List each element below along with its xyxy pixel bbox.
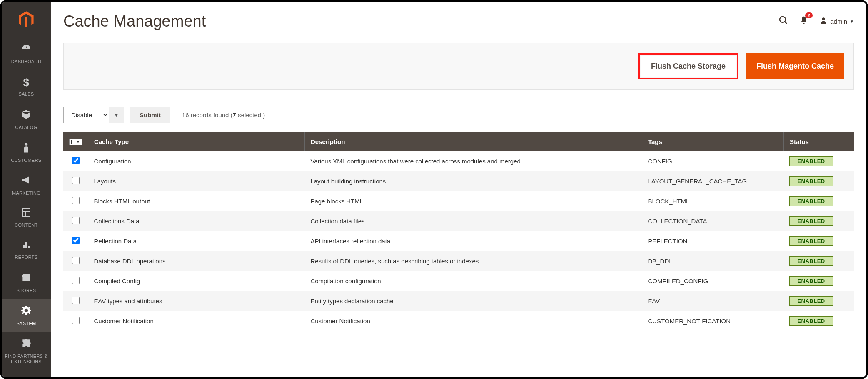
user-menu[interactable]: admin ▼ xyxy=(819,16,854,27)
svg-point-9 xyxy=(822,17,825,20)
status-badge: ENABLED xyxy=(789,256,833,266)
chevron-down-icon: ▼ xyxy=(850,19,854,24)
table-row: Collections DataCollection data filesCOL… xyxy=(63,211,854,231)
sidebar-item-reports[interactable]: REPORTS xyxy=(2,234,51,266)
cell-tags: COMPILED_CONFIG xyxy=(642,271,783,291)
status-badge: ENABLED xyxy=(789,276,833,286)
svg-point-0 xyxy=(25,143,28,146)
cell-cache-type: Database DDL operations xyxy=(88,251,304,271)
sidebar-item-dashboard[interactable]: DASHBOARD xyxy=(2,37,51,70)
table-row: EAV types and attributesEntity types dec… xyxy=(63,291,854,311)
gear-icon xyxy=(21,305,32,318)
sidebar-item-find-partners-extensions[interactable]: FIND PARTNERS & EXTENSIONS xyxy=(2,332,51,370)
user-label: admin xyxy=(830,18,847,25)
cell-description: Layout building instructions xyxy=(304,171,642,191)
dashboard-icon xyxy=(21,43,32,57)
status-badge: ENABLED xyxy=(789,236,833,246)
status-badge: ENABLED xyxy=(789,196,833,206)
megaphone-icon xyxy=(21,175,32,188)
sidebar-item-customers[interactable]: CUSTOMERS xyxy=(2,136,51,169)
user-icon xyxy=(819,16,828,27)
cell-tags: DB_DDL xyxy=(642,251,783,271)
action-bar: Flush Cache Storage Flush Magento Cache xyxy=(63,43,854,90)
magento-logo[interactable] xyxy=(16,9,37,30)
cell-cache-type: Collections Data xyxy=(88,211,304,231)
svg-point-7 xyxy=(780,17,786,22)
search-icon[interactable] xyxy=(778,15,788,28)
submit-button[interactable]: Submit xyxy=(130,107,170,123)
main-content: Cache Management 2 admin ▼ xyxy=(51,2,866,377)
cell-status: ENABLED xyxy=(783,251,854,271)
flush-storage-highlight: Flush Cache Storage xyxy=(638,53,738,79)
cell-description: API interfaces reflection data xyxy=(304,231,642,251)
col-header-status[interactable]: Status xyxy=(783,132,854,151)
cell-cache-type: Blocks HTML output xyxy=(88,191,304,211)
cell-cache-type: Compiled Config xyxy=(88,271,304,291)
cell-tags: BLOCK_HTML xyxy=(642,191,783,211)
svg-rect-1 xyxy=(22,209,30,216)
table-row: ConfigurationVarious XML configurations … xyxy=(63,151,854,171)
svg-rect-5 xyxy=(25,242,27,248)
sidebar-item-content[interactable]: CONTENT xyxy=(2,202,51,234)
row-checkbox[interactable] xyxy=(72,257,80,264)
mass-action-dropdown-toggle[interactable]: ▼ xyxy=(109,107,124,123)
puzzle-icon xyxy=(21,338,32,351)
col-header-tags[interactable]: Tags xyxy=(642,132,783,151)
cell-description: Customer Notification xyxy=(304,311,642,331)
select-all-toggle[interactable]: ▼ xyxy=(69,139,82,145)
layout-icon xyxy=(21,208,31,220)
sidebar-item-sales[interactable]: $SALES xyxy=(2,70,51,103)
cell-status: ENABLED xyxy=(783,151,854,171)
table-row: Blocks HTML outputPage blocks HTMLBLOCK_… xyxy=(63,191,854,211)
cell-description: Page blocks HTML xyxy=(304,191,642,211)
dollar-icon: $ xyxy=(23,76,30,89)
cell-cache-type: Configuration xyxy=(88,151,304,171)
status-badge: ENABLED xyxy=(789,156,833,166)
cell-cache-type: Layouts xyxy=(88,171,304,191)
bars-icon xyxy=(21,240,31,252)
row-checkbox[interactable] xyxy=(72,237,80,244)
sidebar: DASHBOARD$SALESCATALOGCUSTOMERSMARKETING… xyxy=(2,2,51,377)
notification-badge: 2 xyxy=(805,12,813,18)
flush-cache-storage-button[interactable]: Flush Cache Storage xyxy=(641,56,736,77)
cell-tags: LAYOUT_GENERAL_CACHE_TAG xyxy=(642,171,783,191)
row-checkbox[interactable] xyxy=(72,297,80,304)
sidebar-item-catalog[interactable]: CATALOG xyxy=(2,103,51,136)
row-checkbox[interactable] xyxy=(72,217,80,224)
cell-status: ENABLED xyxy=(783,311,854,331)
cell-cache-type: EAV types and attributes xyxy=(88,291,304,311)
sidebar-item-marketing[interactable]: MARKETING xyxy=(2,169,51,202)
cell-tags: CUSTOMER_NOTIFICATION xyxy=(642,311,783,331)
notifications-icon[interactable]: 2 xyxy=(799,16,808,27)
row-checkbox[interactable] xyxy=(72,277,80,284)
cell-description: Collection data files xyxy=(304,211,642,231)
row-checkbox[interactable] xyxy=(72,197,80,204)
cell-status: ENABLED xyxy=(783,231,854,251)
storefront-icon xyxy=(21,272,32,285)
table-row: Compiled ConfigCompilation configuration… xyxy=(63,271,854,291)
row-checkbox[interactable] xyxy=(72,177,80,184)
cell-status: ENABLED xyxy=(783,291,854,311)
cell-status: ENABLED xyxy=(783,191,854,211)
mass-action-select[interactable]: Disable xyxy=(63,107,109,123)
col-header-cache-type[interactable]: Cache Type xyxy=(88,132,304,151)
svg-rect-4 xyxy=(23,245,25,248)
table-row: Database DDL operationsResults of DDL qu… xyxy=(63,251,854,271)
cell-tags: CONFIG xyxy=(642,151,783,171)
cell-tags: REFLECTION xyxy=(642,231,783,251)
sidebar-item-stores[interactable]: STORES xyxy=(2,266,51,299)
row-checkbox[interactable] xyxy=(72,317,80,324)
cell-cache-type: Reflection Data xyxy=(88,231,304,251)
flush-magento-cache-button[interactable]: Flush Magento Cache xyxy=(746,53,844,79)
cell-tags: COLLECTION_DATA xyxy=(642,211,783,231)
svg-rect-6 xyxy=(28,246,30,248)
table-row: Customer NotificationCustomer Notificati… xyxy=(63,311,854,331)
cell-description: Compilation configuration xyxy=(304,271,642,291)
cell-description: Entity types declaration cache xyxy=(304,291,642,311)
grid-toolbar: Disable ▼ Submit 16 records found (7 sel… xyxy=(63,107,854,123)
status-badge: ENABLED xyxy=(789,296,833,306)
row-checkbox[interactable] xyxy=(72,157,80,164)
person-icon xyxy=(22,142,30,155)
col-header-description[interactable]: Description xyxy=(304,132,642,151)
sidebar-item-system[interactable]: SYSTEM xyxy=(2,299,51,332)
